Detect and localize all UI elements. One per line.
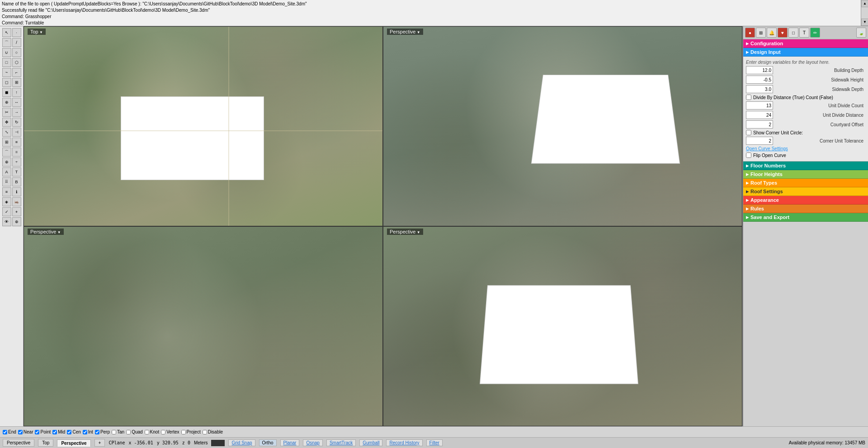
scroll-up-arrow[interactable]: ▲ (861, 0, 868, 7)
appearance-header[interactable]: ▶ Appearance (743, 196, 868, 205)
roof-settings-header[interactable]: ▶ Roof Settings (743, 187, 868, 196)
design-input-header[interactable]: ▶ Design Input (743, 48, 868, 57)
viewport-bottom-left-label[interactable]: Perspective (28, 229, 64, 235)
line-tool[interactable]: / (12, 38, 21, 47)
point-tool[interactable]: · (12, 28, 21, 37)
polyline-tool[interactable]: ⌐ (12, 68, 21, 77)
properties-tool[interactable]: ℹ (12, 187, 21, 196)
snap-mid-checkbox[interactable] (52, 430, 57, 434)
hatch-tool[interactable]: ⠿ (2, 177, 11, 186)
record-history-btn[interactable]: Record History (386, 439, 422, 446)
curve-tool[interactable]: ⌒ (2, 38, 11, 47)
snap-int-checkbox[interactable] (83, 430, 87, 434)
panel-scroll-area[interactable]: ▶ Configuration ▶ Design Input Enter des… (743, 39, 868, 426)
offset-tool[interactable]: ≡ (12, 138, 21, 147)
extend-tool[interactable]: → (12, 108, 21, 117)
floor-numbers-header[interactable]: ▶ Floor Numbers (743, 162, 868, 170)
split-tool[interactable]: ÷ (12, 157, 21, 167)
snap-vertex-checkbox[interactable] (161, 430, 165, 434)
annotation-tool[interactable]: A (2, 167, 11, 176)
corner-unit-circle-checkbox[interactable] (746, 130, 751, 135)
transform-tool[interactable]: ⊕ (2, 98, 11, 107)
flip-open-curve-checkbox[interactable] (746, 153, 751, 158)
courtyard-offset-input[interactable] (746, 120, 773, 129)
smarttrack-btn[interactable]: SmartTrack (326, 439, 356, 446)
building-depth-input[interactable] (746, 66, 773, 74)
freeform-tool[interactable]: ~ (2, 68, 11, 77)
snap-perp-checkbox[interactable] (95, 430, 99, 434)
select-tool[interactable]: ↖ (2, 28, 11, 37)
sidewalk-depth-input[interactable] (746, 85, 773, 93)
array-tool[interactable]: ⊞ (2, 138, 11, 147)
viewport-top-right[interactable]: Perspective (383, 26, 742, 226)
viewport-top-left[interactable]: Top (24, 26, 383, 226)
unit-divide-count-input[interactable] (746, 101, 773, 110)
render-tool[interactable]: ◈ (2, 197, 11, 206)
tool-monitor[interactable]: □ (788, 28, 798, 38)
osnap-btn[interactable]: Osnap (303, 439, 322, 446)
sidewalk-height-input[interactable] (746, 76, 773, 84)
arc-tool[interactable]: ∪ (2, 48, 11, 57)
snap-near-checkbox[interactable] (18, 430, 23, 434)
filter-btn[interactable]: Filter (426, 439, 443, 446)
view-tool[interactable]: 👁 (2, 217, 11, 226)
gumball-btn[interactable]: Gumball (359, 439, 382, 446)
scale-tool[interactable]: ⤡ (2, 128, 11, 137)
snap-cen-checkbox[interactable] (67, 430, 71, 434)
corner-unit-tolerance-input[interactable] (746, 137, 773, 145)
polygon-tool[interactable]: ⬡ (12, 58, 21, 67)
tool-text[interactable]: T (799, 28, 809, 38)
snap-knot-checkbox[interactable] (145, 430, 149, 434)
tab-top[interactable]: Top (38, 439, 53, 447)
move-tool[interactable]: ✥ (2, 118, 11, 127)
check-tool[interactable]: ✓ (2, 207, 11, 216)
planar-btn[interactable]: Planar (280, 439, 300, 446)
tool-grid[interactable]: ⊞ (756, 28, 766, 38)
rotate-tool[interactable]: ↻ (12, 118, 21, 127)
layer-tool[interactable]: ≡ (2, 187, 11, 196)
tool-heart[interactable]: ♥ (778, 28, 788, 38)
viewport-bottom-right[interactable]: Perspective (383, 226, 742, 426)
boolean-tool[interactable]: ⊕ (2, 157, 11, 167)
open-curve-settings-link[interactable]: Open Curve Settings (746, 146, 788, 151)
tab-perspective-1[interactable]: Perspective (3, 439, 34, 447)
snap-tool[interactable]: ⌖ (12, 207, 21, 216)
configuration-header[interactable]: ▶ Configuration (743, 39, 868, 48)
unit-divide-distance-input[interactable] (746, 111, 773, 119)
trim-tool[interactable]: ✂ (2, 108, 11, 117)
roof-types-header[interactable]: ▶ Roof Types (743, 179, 868, 187)
scroll-down-arrow[interactable]: ▼ (861, 19, 868, 26)
snap-disable-checkbox[interactable] (203, 430, 207, 434)
viewport-bottom-right-label[interactable]: Perspective (387, 229, 423, 235)
viewport-top-left-label[interactable]: Top (28, 29, 46, 35)
text-tool[interactable]: T (12, 167, 21, 176)
extrude-tool[interactable]: ↑ (12, 88, 21, 97)
tab-perspective-2[interactable]: Perspective (57, 439, 90, 447)
ortho-btn[interactable]: Ortho (259, 439, 277, 446)
fillet-tool[interactable]: ⌒ (2, 148, 11, 157)
chamfer-tool[interactable]: ⌗ (12, 148, 21, 157)
snap-point-checkbox[interactable] (35, 430, 39, 434)
grid-snap-btn[interactable]: Grid Snap (228, 439, 255, 446)
snap-end-checkbox[interactable] (3, 430, 7, 434)
solid-tool[interactable]: ◼ (2, 88, 11, 97)
rules-header[interactable]: ▶ Rules (743, 205, 868, 213)
circle-tool[interactable]: ○ (12, 48, 21, 57)
viewport-top-right-label[interactable]: Perspective (387, 29, 423, 35)
add-tab-button[interactable]: + (94, 439, 105, 447)
tool-pencil[interactable]: ✏ (810, 28, 820, 38)
tool-bell[interactable]: 🔔 (767, 28, 777, 38)
block-tool[interactable]: B (12, 177, 21, 186)
grasshopper-tool[interactable]: 🦗 (12, 197, 21, 206)
snap-project-checkbox[interactable] (181, 430, 186, 434)
zoom-tool[interactable]: ⊕ (12, 217, 21, 226)
tool-leaf[interactable]: 🍃 (856, 28, 866, 38)
snap-quad-checkbox[interactable] (126, 430, 131, 434)
mirror-tool[interactable]: ⊣ (12, 128, 21, 137)
mesh-tool[interactable]: ⊞ (12, 78, 21, 87)
viewport-bottom-left[interactable]: Perspective (24, 226, 383, 426)
surface-tool[interactable]: ◻ (2, 78, 11, 87)
divide-distance-checkbox[interactable] (746, 95, 751, 100)
floor-heights-header[interactable]: ▶ Floor Heights (743, 170, 868, 179)
snap-tan-checkbox[interactable] (112, 430, 116, 434)
